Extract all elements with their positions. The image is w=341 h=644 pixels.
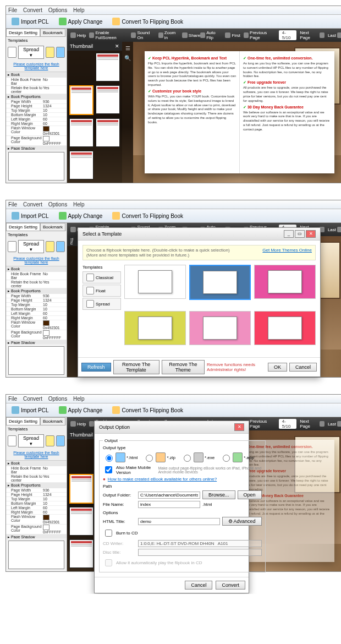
template-save-icon[interactable]: [56, 47, 65, 58]
next-button[interactable]: Next Page: [300, 30, 324, 40]
cancel-button[interactable]: Cancel: [185, 581, 212, 590]
prop-row[interactable]: Flash Window Color0x492301: [6, 126, 67, 136]
template-select[interactable]: Spread ▾: [18, 46, 44, 59]
prop-group[interactable]: Book Proportions: [6, 94, 67, 100]
help-link[interactable]: How to make created eBook available for …: [108, 477, 217, 482]
prop-row[interactable]: Retain the book to centerYes: [6, 474, 67, 483]
last-button[interactable]: Last: [328, 421, 341, 427]
import-pcl-button[interactable]: Import PCL: [9, 17, 52, 26]
prop-group[interactable]: Page Shadow: [6, 146, 67, 150]
also-mobile-checkbox[interactable]: [105, 466, 112, 473]
type-html[interactable]: *.html: [103, 452, 138, 462]
search-tool-icon[interactable]: 🔍: [124, 55, 131, 63]
property-tree[interactable]: BookHide Book Frame BarNoRetain the book…: [6, 266, 67, 344]
template-cell-flow-red[interactable]: Flow-red: [254, 311, 316, 345]
zoom-button[interactable]: Zoom in: [158, 30, 179, 40]
thumbnail-page[interactable]: [69, 118, 94, 147]
menu-file[interactable]: File: [8, 201, 17, 208]
tab-bookmark[interactable]: Bookmark: [40, 223, 65, 231]
close-icon[interactable]: ✕: [234, 423, 244, 431]
template-cell-colorful[interactable]: Colorful: [254, 265, 316, 299]
category-float[interactable]: Float: [82, 285, 121, 297]
bookmark-tool-icon[interactable]: ☰: [124, 45, 131, 53]
prop-group[interactable]: Book: [6, 72, 67, 78]
template-save-icon[interactable]: [56, 241, 65, 252]
prop-row[interactable]: Flash Window Color0x492301: [6, 320, 67, 330]
convert-confirm-button[interactable]: Convert: [216, 581, 245, 590]
open-button[interactable]: Open: [238, 490, 262, 499]
prop-row[interactable]: Left Margin60: [6, 506, 67, 510]
autoflip-button[interactable]: Auto Flip: [200, 30, 222, 40]
prop-group[interactable]: Book Proportions: [6, 483, 67, 488]
page-indicator[interactable]: 4-5/10: [279, 419, 296, 429]
remove-template-button[interactable]: Remove The Template: [113, 360, 160, 374]
share-button[interactable]: Share: [182, 32, 200, 38]
customize-link[interactable]: Please customize the flash template here: [6, 61, 67, 72]
property-tree[interactable]: BookHide Book Frame BarNoRetain the book…: [6, 72, 67, 150]
advanced-button[interactable]: ⚙ Advanced: [222, 517, 262, 526]
ok-button[interactable]: OK: [268, 363, 287, 372]
flipbook[interactable]: Keep PCL Hyperlink, Bookmark and TextFli…: [145, 51, 334, 173]
thumbnail-page[interactable]: [96, 118, 120, 147]
convert-button[interactable]: Convert To Flipping Book: [109, 17, 186, 26]
browse-button[interactable]: Browse...: [202, 490, 235, 499]
template-thumb2-icon[interactable]: [46, 435, 54, 446]
menu-convert[interactable]: Convert: [23, 201, 42, 208]
prop-row[interactable]: Left Margin60: [6, 117, 67, 122]
template-cell-florid[interactable]: Florid: [189, 311, 251, 345]
prop-row[interactable]: Page Width936: [6, 488, 67, 493]
thumbnail-page[interactable]: [69, 507, 94, 536]
thumbnail-page[interactable]: [69, 85, 94, 115]
prop-row[interactable]: Page Background Color0xFFFFFF: [6, 136, 67, 146]
thumbnail-page[interactable]: [96, 53, 120, 81]
tab-bookmark[interactable]: Bookmark: [40, 29, 65, 37]
prop-row[interactable]: Hide Book Frame BarNo: [6, 272, 67, 280]
prop-row[interactable]: Right Margin60: [6, 510, 67, 515]
tab-design-setting[interactable]: Design Setting: [6, 417, 40, 425]
last-button[interactable]: Last: [328, 32, 341, 38]
prop-row[interactable]: Page Height1324: [6, 298, 67, 303]
template-thumb-icon[interactable]: [8, 241, 16, 252]
menu-file[interactable]: File: [8, 396, 17, 402]
apply-change-button[interactable]: Apply Change: [56, 405, 106, 415]
prop-row[interactable]: Page Height1324: [6, 493, 67, 497]
convert-button[interactable]: Convert To Flipping Book: [109, 211, 186, 221]
type-exe[interactable]: *.exe: [181, 452, 215, 462]
prop-group[interactable]: Book: [6, 461, 67, 466]
menu-options[interactable]: Options: [48, 396, 67, 402]
tab-bookmark[interactable]: Bookmark: [40, 417, 65, 425]
close-icon[interactable]: ✕: [306, 230, 316, 238]
prop-row[interactable]: Bottom Margin10: [6, 113, 67, 117]
fullscreen-button[interactable]: Enable FullScreen: [89, 30, 128, 40]
prop-group[interactable]: Page Shadow: [6, 534, 67, 538]
prop-row[interactable]: Bottom Margin10: [6, 307, 67, 312]
last-button[interactable]: Last: [328, 227, 341, 232]
template-thumb2-icon[interactable]: [46, 47, 54, 58]
prop-row[interactable]: Retain the book to centerYes: [6, 280, 67, 288]
file-name-input[interactable]: [138, 501, 200, 508]
prop-row[interactable]: Right Margin60: [6, 122, 67, 126]
more-themes-link[interactable]: Get More Themes Online: [262, 248, 312, 253]
sound-button[interactable]: Sound On: [131, 30, 155, 40]
prop-group[interactable]: Page Shadow: [6, 340, 67, 344]
template-select[interactable]: Spread ▾: [18, 434, 44, 447]
category-spread[interactable]: Spread: [82, 298, 121, 310]
help-button[interactable]: Help: [70, 421, 86, 427]
menu-options[interactable]: Options: [48, 201, 67, 208]
tab-design-setting[interactable]: Design Setting: [6, 29, 40, 37]
import-pcl-button[interactable]: Import PCL: [9, 211, 52, 221]
first-button[interactable]: First: [225, 32, 240, 38]
template-select[interactable]: Spread ▾: [18, 240, 44, 253]
thumbnail-page[interactable]: [69, 151, 94, 179]
customize-link[interactable]: Please customize the flash template here: [6, 449, 67, 461]
prop-row[interactable]: Flash Window Color0x492301: [6, 515, 67, 525]
type-zip[interactable]: *.zip: [143, 452, 175, 462]
prop-row[interactable]: Top Margin10: [6, 108, 67, 113]
thumbnail-page[interactable]: [69, 474, 94, 504]
prop-row[interactable]: Hide Book Frame BarNo: [6, 466, 67, 474]
menu-help[interactable]: Help: [73, 7, 85, 13]
html-title-input[interactable]: [138, 518, 220, 525]
import-pcl-button[interactable]: Import PCL: [9, 405, 52, 415]
template-thumb-icon[interactable]: [8, 435, 16, 446]
output-folder-input[interactable]: [138, 492, 200, 499]
